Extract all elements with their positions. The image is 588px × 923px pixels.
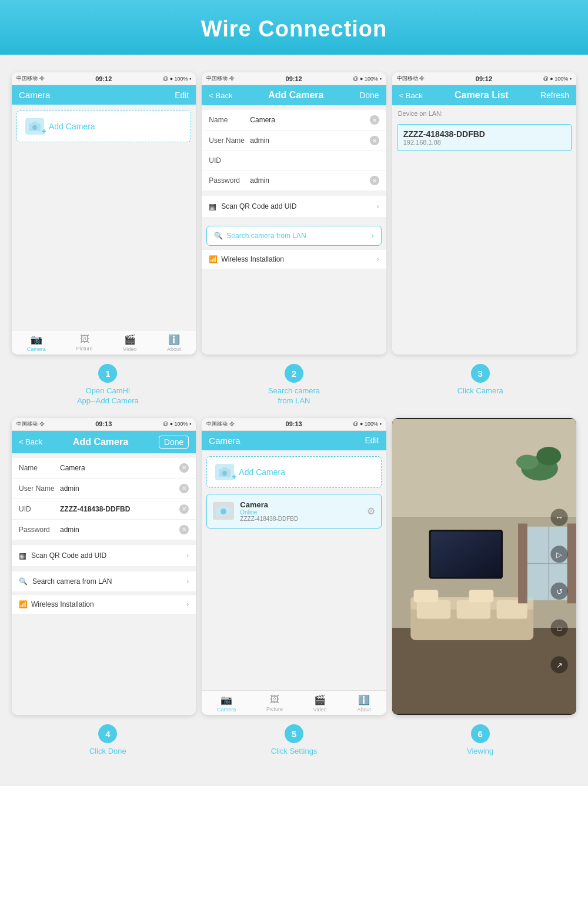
tab-picture-5[interactable]: 🖼 Picture	[266, 694, 283, 713]
step-circle-5: 5	[285, 724, 303, 743]
nav-title-3: Camera List	[455, 90, 509, 101]
nav-done-2[interactable]: Done	[359, 91, 379, 100]
svg-rect-21	[416, 600, 450, 618]
clear-username-2[interactable]: ✕	[370, 136, 379, 145]
value-username-4: admin	[60, 484, 179, 493]
steps-row-2: 4 Click Done 5 Click Settings 6 Viewing	[12, 724, 576, 757]
step-4: 4 Click Done	[15, 724, 201, 757]
main-content: 中国移动 令 09:12 @ ● 100% ▪ Camera Edit	[0, 55, 588, 786]
step-label-6: Viewing	[467, 747, 493, 757]
battery-4: @ ● 100% ▪	[163, 421, 191, 427]
tab-camera-1[interactable]: 📷 Camera	[27, 334, 46, 352]
wireless-row-4[interactable]: 📶 Wireless Installation ›	[12, 594, 196, 614]
about-tab-icon-5: ℹ️	[358, 694, 370, 705]
tab-camera-5[interactable]: 📷 Camera	[217, 694, 236, 713]
form-section-2: Name Camera ✕ User Name admin ✕ UID P	[202, 110, 386, 191]
phone-body-2: Name Camera ✕ User Name admin ✕ UID P	[202, 105, 386, 355]
clear-name-2[interactable]: ✕	[370, 115, 379, 125]
tab-video-1[interactable]: 🎬 Video	[123, 334, 136, 352]
search-lan-row-2[interactable]: 🔍 Search camera from LAN ›	[206, 226, 381, 246]
label-password-2: Password	[209, 176, 250, 185]
tab-video-5[interactable]: 🎬 Video	[313, 694, 327, 713]
nav-edit-5[interactable]: Edit	[365, 436, 379, 445]
nav-bar-2: < Back Add Camera Done	[202, 85, 386, 105]
nav-title-5: Camera	[209, 436, 240, 446]
carrier-4: 中国移动 令	[16, 420, 45, 428]
search-lan-label-2: Search camera from LAN	[226, 232, 306, 240]
svg-rect-25	[469, 590, 493, 602]
wireless-row-2[interactable]: 📶 Wireless Installation ›	[202, 249, 386, 269]
add-camera-row-1[interactable]: Add Camera	[16, 111, 191, 142]
top-phones-row: 中国移动 令 09:12 @ ● 100% ▪ Camera Edit	[12, 72, 576, 355]
nav-back-3[interactable]: < Back	[399, 91, 423, 100]
svg-rect-18	[430, 531, 500, 577]
search-lan-row-4[interactable]: 🔍 Search camera from LAN ›	[12, 571, 196, 592]
svg-rect-31	[567, 523, 576, 603]
camera-list-item-5[interactable]: Camera Online ZZZZ-418438-DDFBD ⚙	[206, 494, 381, 529]
scan-qr-row-4[interactable]: ▦ Scan QR Code add UID ›	[12, 545, 196, 567]
add-camera-row-5[interactable]: Add Camera	[206, 456, 381, 488]
phone-body-5: Add Camera Camera Online ZZZZ-418438-DDF…	[202, 450, 386, 690]
nav-back-2[interactable]: < Back	[209, 91, 232, 100]
lan-device-3[interactable]: ZZZZ-418438-DDFBD 192.168.1.88	[397, 124, 572, 151]
clear-username-4[interactable]: ✕	[179, 484, 189, 493]
svg-text:↗: ↗	[556, 661, 562, 670]
step-num-2: 2	[292, 369, 296, 379]
wireless-label-2: Wireless Installation	[221, 255, 284, 263]
tab-camera-label-1: Camera	[27, 346, 46, 352]
svg-text:▷: ▷	[556, 551, 562, 559]
nav-edit-1[interactable]: Edit	[175, 91, 189, 100]
time-1: 09:12	[95, 75, 112, 82]
field-name-4: Name Camera ✕	[12, 458, 196, 479]
svg-rect-22	[456, 600, 490, 618]
value-username-2: admin	[250, 136, 369, 145]
tab-about-1[interactable]: ℹ️ About	[167, 334, 181, 352]
clear-uid-4[interactable]: ✕	[179, 504, 189, 514]
tab-video-label-1: Video	[123, 346, 136, 352]
scan-qr-row-2[interactable]: ▦ Scan QR Code add UID ›	[202, 196, 386, 218]
scan-qr-label-4: Scan QR Code add UID	[31, 551, 106, 560]
label-password-4: Password	[19, 526, 60, 534]
nav-back-4[interactable]: < Back	[19, 437, 42, 446]
video-tab-icon-5: 🎬	[314, 694, 326, 705]
status-bar-3: 中国移动 令 09:12 @ ● 100% ▪	[392, 72, 576, 85]
step-num-5: 5	[292, 729, 296, 739]
step-label-5: Click Settings	[271, 747, 318, 757]
step-circle-4: 4	[98, 724, 117, 743]
step-circle-3: 3	[471, 364, 490, 383]
battery-2: @ ● 100% ▪	[353, 76, 381, 82]
form-section-4: Name Camera ✕ User Name admin ✕ UID ZZZZ…	[12, 458, 196, 540]
tab-video-label-5: Video	[313, 707, 327, 713]
step-5: 5 Click Settings	[201, 724, 387, 757]
phone-body-4: Name Camera ✕ User Name admin ✕ UID ZZZZ…	[12, 453, 196, 715]
steps-row-1: 1 Open CamHiApp--Add Camera 2 Search cam…	[12, 364, 576, 406]
battery-1: @ ● 100% ▪	[163, 76, 191, 82]
phone-body-3: Device on LAN: ZZZZ-418438-DDFBD 192.168…	[392, 105, 576, 355]
phone-2: 中国移动 令 09:12 @ ● 100% ▪ < Back Add Camer…	[202, 72, 386, 355]
tab-picture-1[interactable]: 🖼 Picture	[76, 334, 93, 352]
step-num-4: 4	[105, 729, 110, 739]
step-label-4: Click Done	[89, 747, 126, 757]
clear-password-2[interactable]: ✕	[370, 176, 379, 185]
clear-name-4[interactable]: ✕	[179, 463, 189, 473]
nav-refresh-3[interactable]: Refresh	[540, 91, 569, 100]
tab-camera-label-5: Camera	[217, 707, 236, 713]
camera-info-5: Camera Online ZZZZ-418438-DDFBD	[240, 500, 360, 522]
svg-point-7	[220, 509, 226, 514]
search-icon-4: 🔍	[19, 577, 28, 586]
nav-title-4: Add Camera	[73, 437, 128, 447]
clear-password-4[interactable]: ✕	[179, 525, 189, 534]
value-name-4: Camera	[60, 464, 179, 472]
tab-about-label-5: About	[357, 707, 371, 713]
tab-about-5[interactable]: ℹ️ About	[357, 694, 371, 713]
tab-picture-label-5: Picture	[266, 706, 283, 712]
camera-tab-icon-5: 📷	[220, 694, 232, 705]
step-6: 6 Viewing	[387, 724, 573, 757]
settings-gear-5[interactable]: ⚙	[367, 506, 375, 517]
nav-title-2: Add Camera	[268, 90, 323, 101]
camera-uid-5: ZZZZ-418438-DDFBD	[240, 516, 360, 522]
nav-done-4[interactable]: Done	[159, 436, 189, 449]
label-uid-2: UID	[209, 156, 250, 165]
svg-rect-5	[222, 467, 227, 470]
battery-3: @ ● 100% ▪	[543, 76, 572, 82]
